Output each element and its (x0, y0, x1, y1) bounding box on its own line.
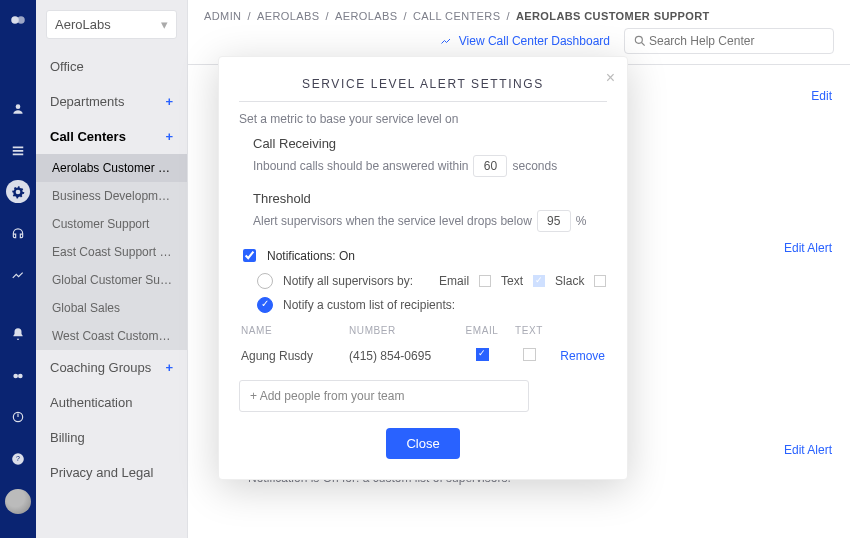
answer-within-input[interactable] (473, 155, 507, 177)
link-label: View Call Center Dashboard (459, 34, 610, 48)
chevron-down-icon: ▾ (161, 17, 168, 32)
crumb[interactable]: AEROLABS (335, 10, 398, 22)
channel-label: Text (501, 274, 523, 288)
svg-point-7 (18, 373, 23, 378)
channel-email-checkbox[interactable] (479, 275, 491, 287)
modal-hint: Set a metric to base your service level … (239, 112, 607, 126)
close-icon[interactable]: × (606, 69, 615, 87)
callcenter-list: Aerolabs Customer S... Business Developm… (36, 154, 187, 350)
add-callcenter-icon[interactable]: + (165, 129, 173, 144)
notify-supervisors-radio[interactable] (257, 273, 273, 289)
sidebar-item-auth[interactable]: Authentication (36, 385, 187, 420)
headset-icon[interactable] (6, 221, 30, 245)
trend-icon (439, 35, 453, 47)
edit-alert-link[interactable]: Edit Alert (784, 443, 832, 457)
sidebar: AeroLabs ▾ Office Departments+ Call Cent… (36, 0, 188, 538)
threshold-input[interactable] (537, 210, 571, 232)
edit-alert-link[interactable]: Edit Alert (784, 241, 832, 255)
service-level-modal: × SERVICE LEVEL ALERT SETTINGS Set a met… (218, 56, 628, 480)
sidebar-item-privacy[interactable]: Privacy and Legal (36, 455, 187, 490)
cc-item[interactable]: Global Customer Sup... (36, 266, 187, 294)
notifications-label: Notifications: On (267, 249, 355, 263)
edit-link[interactable]: Edit (811, 89, 832, 103)
gear-icon[interactable] (6, 180, 30, 204)
crumb[interactable]: ADMIN (204, 10, 241, 22)
org-name: AeroLabs (55, 17, 111, 32)
svg-point-1 (17, 16, 25, 24)
breadcrumb: ADMIN / AEROLABS / AEROLABS / CALL CENTE… (188, 0, 850, 22)
sidebar-item-billing[interactable]: Billing (36, 420, 187, 455)
channel-text-checkbox[interactable] (533, 275, 545, 287)
add-coaching-icon[interactable]: + (165, 360, 173, 375)
sidebar-label: Call Centers (50, 129, 126, 144)
recipients-table: NAME NUMBER EMAIL TEXT Agung Rusdy (415)… (239, 321, 607, 372)
notifications-toggle[interactable] (243, 249, 256, 262)
sidebar-item-departments[interactable]: Departments+ (36, 84, 187, 119)
org-icon[interactable] (6, 138, 30, 162)
section-title: Threshold (253, 191, 607, 206)
search-icon (633, 34, 647, 48)
nav-rail: ? (0, 0, 36, 538)
channel-label: Email (439, 274, 469, 288)
cell-number: (415) 854-0695 (349, 349, 457, 363)
crumb[interactable]: CALL CENTERS (413, 10, 501, 22)
col-name: NAME (241, 325, 349, 336)
channel-slack-checkbox[interactable] (594, 275, 606, 287)
col-text: TEXT (507, 325, 551, 336)
section-title: Call Receiving (253, 136, 607, 151)
col-number: NUMBER (349, 325, 457, 336)
table-row: Agung Rusdy (415) 854-0695 Remove (239, 340, 607, 372)
sidebar-label: Privacy and Legal (50, 465, 153, 480)
cc-item[interactable]: West Coast Customer... (36, 322, 187, 350)
sidebar-label: Coaching Groups (50, 360, 151, 375)
bell-icon[interactable] (6, 323, 30, 347)
crumb[interactable]: AEROLABS (257, 10, 320, 22)
org-selector[interactable]: AeroLabs ▾ (46, 10, 177, 39)
svg-rect-5 (13, 154, 24, 156)
search-help[interactable] (624, 28, 834, 54)
section-desc: Inbound calls should be answered within (253, 159, 468, 173)
row-text-checkbox[interactable] (523, 348, 536, 361)
sidebar-label: Billing (50, 430, 85, 445)
svg-text:?: ? (16, 455, 20, 462)
add-department-icon[interactable]: + (165, 94, 173, 109)
section-desc: Alert supervisors when the service level… (253, 214, 532, 228)
crumb-current: AEROLABS CUSTOMER SUPPORT (516, 10, 710, 22)
sidebar-label: Authentication (50, 395, 132, 410)
cc-item[interactable]: Business Development (36, 182, 187, 210)
unit-label: % (576, 214, 587, 228)
svg-rect-4 (13, 150, 24, 152)
view-dashboard-link[interactable]: View Call Center Dashboard (439, 34, 610, 48)
svg-rect-3 (13, 147, 24, 149)
close-button[interactable]: Close (386, 428, 459, 459)
cc-item[interactable]: Aerolabs Customer S... (36, 154, 187, 182)
sidebar-item-callcenters[interactable]: Call Centers+ (36, 119, 187, 154)
search-input[interactable] (647, 33, 825, 49)
modal-title: SERVICE LEVEL ALERT SETTINGS (239, 77, 607, 91)
link-icon[interactable] (6, 364, 30, 388)
help-icon[interactable]: ? (6, 447, 30, 471)
unit-label: seconds (512, 159, 557, 173)
cell-name: Agung Rusdy (241, 349, 349, 363)
svg-point-2 (16, 104, 21, 109)
sidebar-item-coaching[interactable]: Coaching Groups+ (36, 350, 187, 385)
sidebar-label: Office (50, 59, 84, 74)
power-icon[interactable] (6, 406, 30, 430)
logo-icon (6, 8, 30, 32)
sidebar-label: Departments (50, 94, 124, 109)
avatar[interactable] (5, 489, 31, 514)
user-icon[interactable] (6, 97, 30, 121)
add-people-input[interactable]: + Add people from your team (239, 380, 529, 412)
trend-icon[interactable] (6, 263, 30, 287)
cc-item[interactable]: East Coast Support 2... (36, 238, 187, 266)
row-email-checkbox[interactable] (476, 348, 489, 361)
remove-link[interactable]: Remove (551, 349, 605, 363)
option-label: Notify a custom list of recipients: (283, 298, 455, 312)
channel-label: Slack (555, 274, 584, 288)
notify-custom-radio[interactable] (257, 297, 273, 313)
sidebar-item-office[interactable]: Office (36, 49, 187, 84)
cc-item[interactable]: Global Sales (36, 294, 187, 322)
option-label: Notify all supervisors by: (283, 274, 413, 288)
col-email: EMAIL (457, 325, 507, 336)
cc-item[interactable]: Customer Support (36, 210, 187, 238)
